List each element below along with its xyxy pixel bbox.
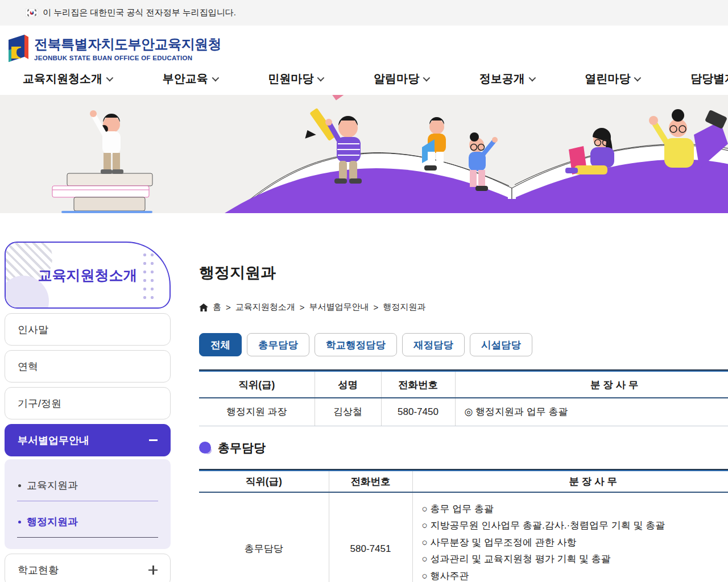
sidebar-item-history[interactable]: 연혁 bbox=[5, 350, 171, 383]
breadcrumb-current-page: 행정지원과 bbox=[383, 302, 425, 313]
breadcrumb-home[interactable]: 홈 bbox=[213, 302, 221, 313]
duty-item: ○ 총무 업무 총괄 bbox=[422, 501, 728, 518]
table-header-row: 직위(급) 전화번호 분 장 사 무 bbox=[199, 471, 728, 492]
chevron-down-icon bbox=[212, 74, 219, 82]
duty-item: ○ 지방공무원 인사업무 총괄.감사.·청렴업무 기획 및 총괄 bbox=[422, 517, 728, 534]
cell-phone: 580-7450 bbox=[381, 398, 455, 426]
col-name: 성명 bbox=[315, 371, 381, 398]
nav-item-notice[interactable]: 알림마당 bbox=[374, 71, 428, 86]
sidebar-submenu: 교육지원과 행정지원과 bbox=[5, 459, 171, 549]
tab-all[interactable]: 전체 bbox=[199, 333, 242, 356]
sidebar-header: 교육지원청소개 bbox=[5, 242, 171, 309]
logo-mark-icon bbox=[6, 33, 30, 64]
table-row: 행정지원 과장 김상철 580-7450 ◎ 행정지원과 업무 총괄 bbox=[199, 398, 728, 426]
filter-tabs: 전체 총무담당 학교행정담당 재정담당 시설담당 bbox=[199, 333, 728, 356]
duty-item: ○ 행사주관 bbox=[422, 568, 728, 582]
expand-plus-icon bbox=[148, 566, 158, 575]
col-position: 직위(급) bbox=[199, 371, 315, 398]
section-title: 총무담당 bbox=[218, 440, 266, 456]
collapse-minus-icon bbox=[149, 439, 158, 441]
nav-item-buan-education[interactable]: 부안교육 bbox=[163, 71, 217, 86]
cell-duties: ○ 총무 업무 총괄 ○ 지방공무원 인사업무 총괄.감사.·청렴업무 기획 및… bbox=[412, 492, 728, 582]
tab-finance[interactable]: 재정담당 bbox=[402, 333, 465, 356]
logo-title: 전북특별자치도부안교육지원청 bbox=[34, 35, 221, 53]
sidebar-item-school-status[interactable]: 학교현황 bbox=[5, 554, 171, 582]
chevron-down-icon bbox=[634, 74, 642, 82]
section-bullet-icon bbox=[199, 442, 211, 454]
site-logo[interactable]: 전북특별자치도부안교육지원청 JEONBUK STATE BUAN OFFICE… bbox=[6, 33, 221, 64]
table-header-row: 직위(급) 성명 전화번호 분 장 사 무 bbox=[199, 371, 728, 398]
tab-general-affairs[interactable]: 총무담당 bbox=[247, 333, 309, 356]
tab-facilities[interactable]: 시설담당 bbox=[470, 333, 532, 356]
site-header: 전북특별자치도부안교육지원청 JEONBUK STATE BUAN OFFICE… bbox=[0, 26, 728, 71]
sidebar-item-department-guide[interactable]: 부서별업무안내 bbox=[5, 424, 171, 456]
breadcrumb-department-guide[interactable]: 부서별업무안내 bbox=[309, 302, 369, 313]
chevron-down-icon bbox=[423, 74, 431, 82]
submenu-item-education-support[interactable]: 교육지원과 bbox=[17, 465, 158, 501]
nav-item-civil-service[interactable]: 민원마당 bbox=[268, 71, 322, 86]
chevron-down-icon bbox=[106, 74, 114, 82]
col-duties: 분 장 사 무 bbox=[412, 471, 728, 492]
cell-name: 김상철 bbox=[315, 398, 381, 426]
gov-banner-text: 이 누리집은 대한민국 공식 전자정부 누리집입니다. bbox=[43, 7, 236, 18]
sidebar: 교육지원청소개 인사말 연혁 기구/정원 부서별업무안내 교육지원과 행정지원과… bbox=[5, 242, 171, 582]
sidebar-item-greeting[interactable]: 인사말 bbox=[5, 313, 171, 346]
gov-banner: 이 누리집은 대한민국 공식 전자정부 누리집입니다. bbox=[0, 0, 728, 26]
chevron-down-icon bbox=[317, 74, 325, 82]
nav-item-staff-materials[interactable]: 담당별자료 bbox=[690, 71, 728, 86]
cell-duty: ◎ 행정지원과 업무 총괄 bbox=[455, 398, 728, 426]
section-heading: 총무담당 bbox=[199, 440, 728, 456]
page-title: 행정지원과 bbox=[199, 263, 728, 283]
bullet-icon bbox=[18, 521, 21, 523]
breadcrumb-office-intro[interactable]: 교육지원청소개 bbox=[235, 302, 295, 313]
cell-phone: 580-7451 bbox=[329, 492, 412, 582]
breadcrumb-separator: > bbox=[300, 302, 305, 312]
hero-banner bbox=[0, 95, 728, 213]
breadcrumb-separator: > bbox=[226, 302, 231, 312]
col-phone: 전화번호 bbox=[381, 371, 455, 398]
col-phone: 전화번호 bbox=[329, 471, 412, 492]
col-position: 직위(급) bbox=[199, 471, 329, 492]
nav-item-office-intro[interactable]: 교육지원청소개 bbox=[23, 71, 111, 86]
nav-item-info-disclosure[interactable]: 정보공개 bbox=[479, 71, 534, 86]
hero-illustration bbox=[0, 95, 728, 213]
breadcrumb: 홈 > 교육지원청소개 > 부서별업무안내 > 행정지원과 bbox=[199, 302, 728, 313]
korea-flag-icon bbox=[26, 9, 38, 17]
duty-table: 직위(급) 전화번호 분 장 사 무 총무담당 580-7451 ○ 총무 업무… bbox=[199, 470, 728, 582]
tab-school-admin[interactable]: 학교행정담당 bbox=[315, 333, 397, 356]
cell-position: 행정지원 과장 bbox=[199, 398, 315, 426]
cell-position: 총무담당 bbox=[199, 492, 329, 582]
logo-subtitle: JEONBUK STATE BUAN OFFICE OF EDUCATION bbox=[34, 55, 221, 61]
main-content: 행정지원과 홈 > 교육지원청소개 > 부서별업무안내 > 행정지원과 전체 총… bbox=[199, 263, 728, 582]
global-nav: 교육지원청소개 부안교육 민원마당 알림마당 정보공개 열린마당 담당별자료 bbox=[0, 71, 728, 95]
logo-text: 전북특별자치도부안교육지원청 JEONBUK STATE BUAN OFFICE… bbox=[34, 35, 221, 61]
chevron-down-icon bbox=[528, 74, 536, 82]
breadcrumb-separator: > bbox=[374, 302, 379, 312]
duty-table-wrap: 직위(급) 전화번호 분 장 사 무 총무담당 580-7451 ○ 총무 업무… bbox=[199, 469, 728, 582]
home-icon bbox=[199, 304, 208, 311]
nav-item-open-plaza[interactable]: 열린마당 bbox=[585, 71, 639, 86]
bullet-icon bbox=[18, 484, 21, 487]
duty-item: ○ 성과관리 및 교육지원청 평가 기획 및 총괄 bbox=[422, 551, 728, 568]
submenu-item-admin-support[interactable]: 행정지원과 bbox=[17, 501, 158, 538]
col-duties: 분 장 사 무 bbox=[455, 371, 728, 398]
staff-table: 직위(급) 성명 전화번호 분 장 사 무 행정지원 과장 김상철 580-74… bbox=[199, 371, 728, 426]
duty-item: ○ 사무분장 및 업무조정에 관한 사항 bbox=[422, 534, 728, 551]
sidebar-title: 교육지원청소개 bbox=[38, 266, 138, 285]
table-row: 총무담당 580-7451 ○ 총무 업무 총괄 ○ 지방공무원 인사업무 총괄… bbox=[199, 492, 728, 582]
staff-table-wrap: 직위(급) 성명 전화번호 분 장 사 무 행정지원 과장 김상철 580-74… bbox=[199, 369, 728, 426]
sidebar-item-organization[interactable]: 기구/정원 bbox=[5, 387, 171, 419]
dots-decoration bbox=[141, 251, 156, 303]
